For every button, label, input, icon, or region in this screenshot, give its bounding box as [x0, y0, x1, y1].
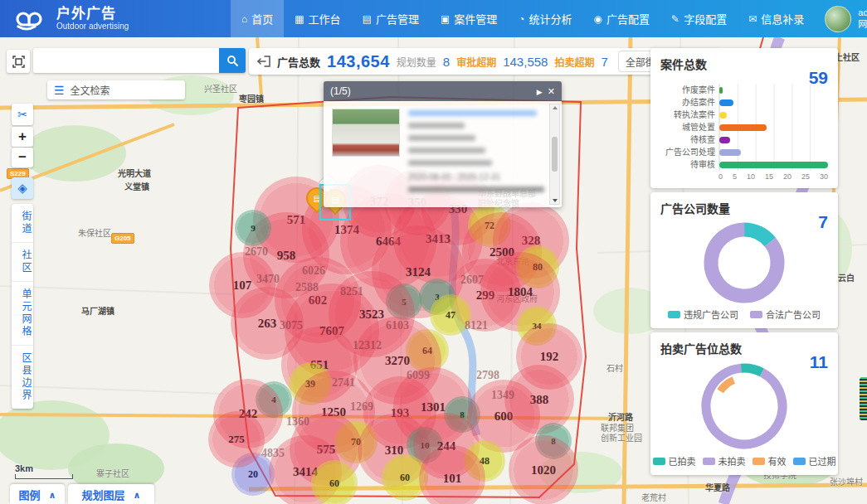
bar-category-label: 待核查 — [660, 133, 715, 146]
blurred-line — [408, 160, 492, 166]
auction-donut-chart — [698, 360, 791, 453]
nav-item-工作台[interactable]: ▦工作台 — [284, 0, 351, 37]
layer-toggle-group: 街道社区单元网格区县边界 — [12, 204, 33, 409]
bar-category-label: 办结案件 — [660, 96, 715, 109]
map-place-label: 张沙埠村 — [830, 477, 863, 487]
cluster-bubble[interactable]: 9 — [235, 210, 271, 246]
map-place-label: 华夏路 — [705, 483, 730, 493]
bar-办结案件[interactable] — [719, 99, 733, 106]
legend-item-合法广告公司[interactable]: 合法广告公司 — [750, 308, 821, 321]
cluster-count: 2607 — [460, 274, 484, 287]
legend-item-有效[interactable]: 有效 — [753, 454, 787, 468]
layer-button-街道[interactable]: 街道 — [12, 204, 33, 243]
nav-item-信息补录[interactable]: ✉信息补录 — [738, 0, 815, 37]
companies-panel: 广告公司数量 7 违规广告公司合法广告公司 — [650, 192, 838, 328]
popup-scrollbar[interactable] — [549, 104, 560, 205]
bar-转执法案件[interactable] — [719, 112, 727, 119]
nav-item-统计分析[interactable]: ◔统计分析 — [508, 0, 582, 37]
cluster-count: 2670 — [245, 245, 268, 259]
legend-panel-toggle[interactable]: 图例 — [10, 484, 65, 504]
legend-item-违规广告公司[interactable]: 违规广告公司 — [668, 308, 738, 321]
road-badge: G205 — [111, 233, 134, 244]
next-icon[interactable] — [537, 85, 543, 97]
cluster-count: 1269 — [350, 400, 373, 414]
nav-item-字段配置[interactable]: ✎字段配置 — [660, 0, 738, 37]
app-header: 户外广告 Outdoor advertising ⌂首页▦工作台▤广告管理▣案件… — [0, 0, 867, 37]
map-place-label: 义堂镇 — [124, 182, 149, 192]
map-place-label: 老荒村 — [641, 493, 666, 503]
brand-logo-icon — [12, 7, 48, 32]
brand: 户外广告 Outdoor advertising — [0, 7, 231, 32]
bar-待核查[interactable] — [719, 137, 730, 143]
measure-scissors-button[interactable]: ✂ — [12, 104, 33, 125]
collapse-panel-icon[interactable] — [257, 56, 270, 67]
search-input[interactable] — [33, 48, 219, 73]
bar-category-label: 城管处置 — [660, 121, 715, 133]
cluster-bubble[interactable]: 388 — [504, 365, 574, 434]
legend-item-已过期[interactable]: 已过期 — [793, 454, 836, 468]
cluster-bubble[interactable]: 1020 — [509, 435, 578, 504]
legend-swatch — [793, 458, 806, 465]
legend-swatch — [750, 311, 762, 318]
zoom-out-button[interactable]: − — [12, 148, 33, 167]
layer-button-社区[interactable]: 社区 — [12, 243, 33, 282]
plan-layer-panel-toggle[interactable]: 规划图层 — [68, 484, 154, 504]
x-axis-ticks: 051015202530 — [718, 172, 828, 181]
zoom-in-button[interactable]: + — [12, 127, 33, 147]
blurred-date: 2020-08-03 - 2020-12-31 — [408, 172, 548, 182]
billboard-photo[interactable] — [332, 109, 400, 157]
map-place-label: 石村 — [606, 364, 623, 374]
popup-header: (1/5) — [324, 81, 562, 101]
layer-button-区县边界[interactable]: 区县边界 — [12, 346, 33, 409]
user-name: administrator — [858, 7, 867, 19]
map-place-label: 马厂湖镇 — [81, 307, 114, 317]
map-place-label: 朱保社区 — [78, 229, 111, 239]
bar-作废案件[interactable] — [719, 87, 723, 94]
nav-item-广告管理[interactable]: ▤广告管理 — [352, 0, 430, 37]
menu-icon: ☰ — [54, 85, 65, 96]
cluster-count: 2741 — [332, 376, 355, 390]
fulltext-search-button[interactable]: ☰ 全文检索 — [47, 80, 185, 99]
legend-item-已拍卖[interactable]: 已拍卖 — [653, 454, 696, 468]
cluster-bubble[interactable]: 101 — [419, 445, 485, 504]
chevron-up-icon — [134, 488, 141, 501]
donut-segment-未拍卖[interactable] — [698, 360, 791, 453]
popup-body: 2020-08-03 - 2020-12-31 — [324, 101, 562, 207]
layers-button[interactable]: ◈ — [12, 177, 33, 199]
mini-legend-widget[interactable] — [860, 377, 867, 420]
bar-待审核[interactable] — [719, 162, 828, 168]
home-icon: ⌂ — [241, 13, 247, 25]
cluster-bubble[interactable]: 60 — [311, 460, 358, 504]
map-place-label: 云白 — [838, 274, 855, 284]
scroll-up-icon[interactable] — [553, 106, 558, 109]
donut-segment-合法广告公司[interactable] — [701, 220, 787, 306]
app-title: 户外广告 — [56, 7, 129, 22]
bar-城管处置[interactable] — [719, 124, 767, 131]
cases-panel: 案件总数 59 作废案件办结案件转执法案件城管处置待核查广告公司处理待审核 05… — [650, 48, 838, 188]
cluster-count: 1360 — [286, 415, 309, 429]
doc-icon: ✎ — [671, 13, 679, 25]
bar-category-label: 转执法案件 — [660, 109, 715, 121]
search-button[interactable] — [219, 48, 246, 73]
grid-icon: ▦ — [295, 13, 304, 25]
legend-item-未拍卖[interactable]: 未拍卖 — [703, 454, 746, 468]
bar-广告公司处理[interactable] — [719, 149, 741, 156]
cluster-bubble[interactable]: 275 — [208, 411, 265, 468]
close-icon[interactable] — [548, 85, 555, 97]
cluster-count: 3470 — [256, 273, 280, 286]
folder-icon: ▣ — [441, 13, 450, 25]
map-place-label: 光明大道 — [118, 169, 151, 179]
map-search — [33, 48, 246, 73]
auction-overdue-label: 拍卖超期 — [554, 55, 594, 69]
nav-item-案件管理[interactable]: ▣案件管理 — [430, 0, 508, 37]
cluster-count: 2588 — [295, 281, 319, 294]
nav-item-首页[interactable]: ⌂首页 — [231, 0, 284, 37]
avatar[interactable] — [825, 6, 851, 32]
extent-select-button[interactable] — [7, 50, 30, 73]
scroll-thumb[interactable] — [552, 137, 558, 172]
nav-item-广告配置[interactable]: ◉广告配置 — [583, 0, 661, 37]
companies-donut-chart — [701, 220, 787, 306]
approval-overdue-value: 143,558 — [503, 55, 548, 69]
layer-button-单元网格[interactable]: 单元网格 — [12, 282, 33, 346]
scroll-down-icon[interactable] — [553, 199, 558, 202]
